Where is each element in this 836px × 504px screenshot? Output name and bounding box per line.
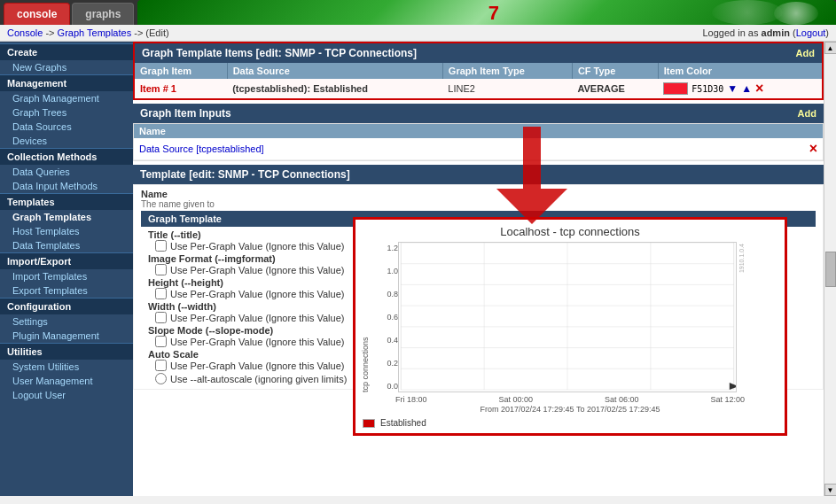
y-axis-label: tcp connections bbox=[359, 242, 371, 392]
height-checkbox[interactable] bbox=[155, 288, 167, 299]
col-data-source: Data Source bbox=[227, 63, 442, 79]
sidebar-section-utilities: Utilities bbox=[0, 343, 133, 360]
col-cf-type: CF Type bbox=[572, 63, 658, 79]
legend-label: Established bbox=[380, 418, 426, 428]
input-delete-icon[interactable]: × bbox=[809, 141, 817, 157]
imgformat-checkbox-label: Use Per-Graph Value (Ignore this Value) bbox=[170, 265, 344, 275]
width-checkbox-label: Use Per-Graph Value (Ignore this Value) bbox=[170, 313, 344, 323]
title-checkbox-label: Use Per-Graph Value (Ignore this Value) bbox=[170, 241, 344, 252]
auth-info: Logged in as admin (Logout) bbox=[702, 27, 829, 38]
preview-overlay: Localhost - tcp connections tcp connecti… bbox=[353, 217, 787, 436]
template-header: Template [edit: SNMP - TCP Connections] bbox=[133, 165, 824, 184]
svg-marker-13 bbox=[730, 383, 737, 390]
template-name-desc: The name given to bbox=[141, 199, 816, 209]
sidebar-section-collection: Collection Methods bbox=[0, 148, 133, 165]
data-source-input-link[interactable]: Data Source [tcpestablished] bbox=[139, 143, 264, 154]
sidebar-item-data-sources[interactable]: Data Sources bbox=[0, 120, 133, 134]
table-row: Item # 1 (tcpestablished): Established L… bbox=[135, 79, 822, 98]
item-link[interactable]: Item # 1 bbox=[140, 83, 176, 94]
tab-console[interactable]: console bbox=[4, 3, 70, 25]
sidebar-section-templates: Templates bbox=[0, 193, 133, 210]
alt-autoscale-label: Use --alt-autoscale (ignoring given limi… bbox=[170, 374, 347, 384]
color-code: F51D30 bbox=[691, 84, 723, 94]
col-graph-item: Graph Item bbox=[135, 63, 227, 79]
slope-checkbox-label: Use Per-Graph Value (Ignore this Value) bbox=[170, 337, 344, 347]
height-checkbox-label: Use Per-Graph Value (Ignore this Value) bbox=[170, 289, 344, 299]
graph-item-inputs-title: Graph Item Inputs bbox=[140, 107, 231, 120]
graph-item-inputs-header: Graph Item Inputs Add bbox=[133, 104, 824, 123]
sidebar-item-export-templates[interactable]: Export Templates bbox=[0, 283, 133, 298]
graph-item-inputs-add[interactable]: Add bbox=[798, 108, 816, 119]
breadcrumb-console[interactable]: Console bbox=[7, 27, 43, 38]
inputs-name-col-header: Name bbox=[134, 124, 823, 138]
scrollbar-up[interactable]: ▲ bbox=[824, 42, 837, 54]
sidebar-item-logout-user[interactable]: Logout User bbox=[0, 388, 133, 402]
cell-cf-type: AVERAGE bbox=[572, 79, 658, 98]
graph-template-items-header: Graph Template Items [edit: SNMP - TCP C… bbox=[135, 43, 822, 63]
sidebar-item-user-management[interactable]: User Management bbox=[0, 374, 133, 388]
auto-scale-ignore-checkbox[interactable] bbox=[155, 360, 167, 371]
sidebar-item-import-templates[interactable]: Import Templates bbox=[0, 269, 133, 283]
imgformat-checkbox[interactable] bbox=[155, 264, 167, 275]
preview-title: Localhost - tcp connections bbox=[355, 220, 785, 240]
sidebar-item-graph-trees[interactable]: Graph Trees bbox=[0, 105, 133, 120]
sidebar-item-plugin-management[interactable]: Plugin Management bbox=[0, 329, 133, 343]
sidebar-item-new-graphs[interactable]: New Graphs bbox=[0, 60, 133, 74]
width-checkbox[interactable] bbox=[155, 312, 167, 323]
col-item-color: Item Color bbox=[658, 63, 822, 79]
sidebar-item-system-utilities[interactable]: System Utilities bbox=[0, 360, 133, 374]
sidebar-item-data-queries[interactable]: Data Queries bbox=[0, 165, 133, 179]
x-axis: Fri 18:00 Sat 00:00 Sat 06:00 Sat 12:00 bbox=[355, 394, 785, 405]
breadcrumb: Console -> Graph Templates -> (Edit) bbox=[7, 27, 169, 38]
sidebar-item-devices[interactable]: Devices bbox=[0, 134, 133, 148]
sidebar-item-graph-templates[interactable]: Graph Templates bbox=[0, 210, 133, 224]
scrollbar-track bbox=[824, 54, 836, 252]
sidebar-section-create: Create bbox=[0, 43, 133, 60]
sidebar-section-management: Management bbox=[0, 74, 133, 91]
preview-chart-svg bbox=[398, 242, 737, 392]
breadcrumb-bar: Console -> Graph Templates -> (Edit) Log… bbox=[0, 25, 836, 42]
title-checkbox[interactable] bbox=[155, 240, 167, 252]
sidebar-item-graph-management[interactable]: Graph Management bbox=[0, 91, 133, 105]
time-range: From 2017/02/24 17:29:45 To 2017/02/25 1… bbox=[355, 405, 785, 415]
sidebar: Create New Graphs Management Graph Manag… bbox=[0, 42, 133, 496]
preview-legend: Established bbox=[355, 415, 785, 433]
content-area: Graph Template Items [edit: SNMP - TCP C… bbox=[133, 42, 824, 496]
tab-graphs[interactable]: graphs bbox=[72, 3, 134, 25]
graph-item-inputs-section: Graph Item Inputs Add Name Data Source [… bbox=[133, 104, 824, 161]
alt-autoscale-radio[interactable] bbox=[155, 373, 167, 384]
cell-graph-item-type: LINE2 bbox=[442, 79, 572, 98]
col-graph-item-type: Graph Item Type bbox=[442, 63, 572, 79]
template-name-label: Name bbox=[141, 189, 816, 199]
graph-items-table: Graph Item Data Source Graph Item Type C… bbox=[135, 63, 822, 98]
breadcrumb-graph-templates[interactable]: Graph Templates bbox=[58, 27, 132, 38]
graph-template-items-title: Graph Template Items [edit: SNMP - TCP C… bbox=[142, 47, 417, 59]
sidebar-section-configuration: Configuration bbox=[0, 298, 133, 314]
legend-color-box bbox=[363, 419, 375, 428]
color-swatch bbox=[663, 82, 688, 95]
sidebar-item-data-templates[interactable]: Data Templates bbox=[0, 238, 133, 252]
scrollbar-down[interactable]: ▼ bbox=[824, 484, 837, 496]
auto-scale-ignore-label: Use Per-Graph Value (Ignore this Value) bbox=[170, 361, 344, 371]
slope-checkbox[interactable] bbox=[155, 336, 167, 347]
sidebar-item-data-input-methods[interactable]: Data Input Methods bbox=[0, 179, 133, 193]
graph-template-items-section: Graph Template Items [edit: SNMP - TCP C… bbox=[133, 42, 824, 100]
logout-link[interactable]: Logout bbox=[796, 27, 826, 38]
sort-up-icon[interactable]: ▲ bbox=[741, 82, 752, 95]
sort-down-icon[interactable]: ▼ bbox=[727, 82, 738, 95]
sidebar-section-import-export: Import/Export bbox=[0, 252, 133, 269]
delete-icon[interactable]: × bbox=[755, 81, 763, 96]
cell-item-color: F51D30 ▼ ▲ × bbox=[658, 79, 822, 98]
scrollbar-thumb[interactable] bbox=[825, 252, 836, 287]
sidebar-item-host-templates[interactable]: Host Templates bbox=[0, 224, 133, 238]
annotation-7: 7 bbox=[488, 2, 499, 25]
graph-template-items-add[interactable]: Add bbox=[796, 48, 815, 58]
cell-item: Item # 1 bbox=[135, 79, 227, 98]
sidebar-item-settings[interactable]: Settings bbox=[0, 314, 133, 329]
cell-data-source: (tcpestablished): Established bbox=[227, 79, 442, 98]
